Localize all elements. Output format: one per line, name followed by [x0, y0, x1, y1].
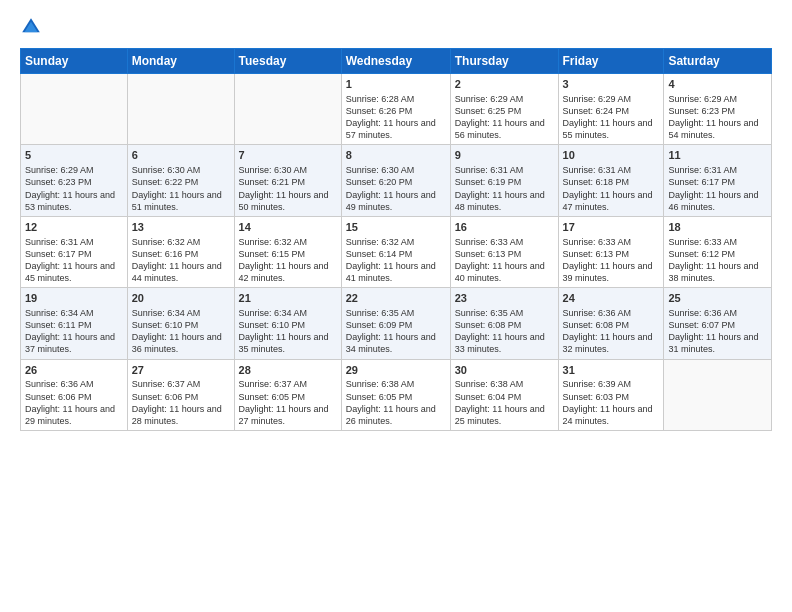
day-info: Sunrise: 6:29 AM Sunset: 6:24 PM Dayligh… [563, 93, 660, 142]
day-info: Sunrise: 6:39 AM Sunset: 6:03 PM Dayligh… [563, 378, 660, 427]
day-info: Sunrise: 6:36 AM Sunset: 6:06 PM Dayligh… [25, 378, 123, 427]
calendar-cell: 27Sunrise: 6:37 AM Sunset: 6:06 PM Dayli… [127, 359, 234, 430]
calendar-cell: 26Sunrise: 6:36 AM Sunset: 6:06 PM Dayli… [21, 359, 128, 430]
day-info: Sunrise: 6:37 AM Sunset: 6:06 PM Dayligh… [132, 378, 230, 427]
calendar-cell: 21Sunrise: 6:34 AM Sunset: 6:10 PM Dayli… [234, 288, 341, 359]
calendar-cell: 3Sunrise: 6:29 AM Sunset: 6:24 PM Daylig… [558, 74, 664, 145]
week-row-1: 1Sunrise: 6:28 AM Sunset: 6:26 PM Daylig… [21, 74, 772, 145]
day-number: 2 [455, 77, 554, 92]
day-info: Sunrise: 6:34 AM Sunset: 6:10 PM Dayligh… [132, 307, 230, 356]
day-number: 11 [668, 148, 767, 163]
calendar-cell: 16Sunrise: 6:33 AM Sunset: 6:13 PM Dayli… [450, 216, 558, 287]
calendar-cell [664, 359, 772, 430]
calendar-cell: 28Sunrise: 6:37 AM Sunset: 6:05 PM Dayli… [234, 359, 341, 430]
day-header-tuesday: Tuesday [234, 49, 341, 74]
calendar-cell: 17Sunrise: 6:33 AM Sunset: 6:13 PM Dayli… [558, 216, 664, 287]
day-number: 7 [239, 148, 337, 163]
day-number: 28 [239, 363, 337, 378]
day-info: Sunrise: 6:31 AM Sunset: 6:17 PM Dayligh… [25, 236, 123, 285]
day-number: 1 [346, 77, 446, 92]
day-info: Sunrise: 6:32 AM Sunset: 6:16 PM Dayligh… [132, 236, 230, 285]
calendar-cell: 7Sunrise: 6:30 AM Sunset: 6:21 PM Daylig… [234, 145, 341, 216]
day-info: Sunrise: 6:38 AM Sunset: 6:04 PM Dayligh… [455, 378, 554, 427]
day-number: 22 [346, 291, 446, 306]
day-info: Sunrise: 6:32 AM Sunset: 6:14 PM Dayligh… [346, 236, 446, 285]
day-number: 8 [346, 148, 446, 163]
day-number: 3 [563, 77, 660, 92]
day-number: 31 [563, 363, 660, 378]
day-info: Sunrise: 6:28 AM Sunset: 6:26 PM Dayligh… [346, 93, 446, 142]
day-info: Sunrise: 6:34 AM Sunset: 6:10 PM Dayligh… [239, 307, 337, 356]
day-number: 29 [346, 363, 446, 378]
day-info: Sunrise: 6:35 AM Sunset: 6:08 PM Dayligh… [455, 307, 554, 356]
day-info: Sunrise: 6:35 AM Sunset: 6:09 PM Dayligh… [346, 307, 446, 356]
calendar-cell: 24Sunrise: 6:36 AM Sunset: 6:08 PM Dayli… [558, 288, 664, 359]
day-header-saturday: Saturday [664, 49, 772, 74]
day-number: 23 [455, 291, 554, 306]
day-header-friday: Friday [558, 49, 664, 74]
calendar-cell: 12Sunrise: 6:31 AM Sunset: 6:17 PM Dayli… [21, 216, 128, 287]
calendar-cell [127, 74, 234, 145]
day-number: 4 [668, 77, 767, 92]
day-number: 24 [563, 291, 660, 306]
week-row-4: 19Sunrise: 6:34 AM Sunset: 6:11 PM Dayli… [21, 288, 772, 359]
day-info: Sunrise: 6:33 AM Sunset: 6:13 PM Dayligh… [455, 236, 554, 285]
day-header-monday: Monday [127, 49, 234, 74]
day-info: Sunrise: 6:33 AM Sunset: 6:12 PM Dayligh… [668, 236, 767, 285]
day-number: 30 [455, 363, 554, 378]
day-info: Sunrise: 6:37 AM Sunset: 6:05 PM Dayligh… [239, 378, 337, 427]
day-info: Sunrise: 6:31 AM Sunset: 6:18 PM Dayligh… [563, 164, 660, 213]
week-row-2: 5Sunrise: 6:29 AM Sunset: 6:23 PM Daylig… [21, 145, 772, 216]
day-info: Sunrise: 6:31 AM Sunset: 6:17 PM Dayligh… [668, 164, 767, 213]
day-number: 14 [239, 220, 337, 235]
day-number: 26 [25, 363, 123, 378]
day-info: Sunrise: 6:29 AM Sunset: 6:25 PM Dayligh… [455, 93, 554, 142]
calendar-cell: 4Sunrise: 6:29 AM Sunset: 6:23 PM Daylig… [664, 74, 772, 145]
week-row-5: 26Sunrise: 6:36 AM Sunset: 6:06 PM Dayli… [21, 359, 772, 430]
calendar-cell: 6Sunrise: 6:30 AM Sunset: 6:22 PM Daylig… [127, 145, 234, 216]
day-number: 27 [132, 363, 230, 378]
day-number: 25 [668, 291, 767, 306]
day-number: 10 [563, 148, 660, 163]
calendar-cell: 25Sunrise: 6:36 AM Sunset: 6:07 PM Dayli… [664, 288, 772, 359]
day-number: 16 [455, 220, 554, 235]
page: SundayMondayTuesdayWednesdayThursdayFrid… [0, 0, 792, 612]
calendar-cell [234, 74, 341, 145]
day-header-sunday: Sunday [21, 49, 128, 74]
day-info: Sunrise: 6:30 AM Sunset: 6:20 PM Dayligh… [346, 164, 446, 213]
calendar-cell: 13Sunrise: 6:32 AM Sunset: 6:16 PM Dayli… [127, 216, 234, 287]
day-header-wednesday: Wednesday [341, 49, 450, 74]
day-info: Sunrise: 6:38 AM Sunset: 6:05 PM Dayligh… [346, 378, 446, 427]
day-info: Sunrise: 6:33 AM Sunset: 6:13 PM Dayligh… [563, 236, 660, 285]
calendar-cell: 20Sunrise: 6:34 AM Sunset: 6:10 PM Dayli… [127, 288, 234, 359]
day-number: 18 [668, 220, 767, 235]
calendar-cell: 30Sunrise: 6:38 AM Sunset: 6:04 PM Dayli… [450, 359, 558, 430]
calendar-cell: 22Sunrise: 6:35 AM Sunset: 6:09 PM Dayli… [341, 288, 450, 359]
calendar-cell: 23Sunrise: 6:35 AM Sunset: 6:08 PM Dayli… [450, 288, 558, 359]
calendar-cell: 2Sunrise: 6:29 AM Sunset: 6:25 PM Daylig… [450, 74, 558, 145]
week-row-3: 12Sunrise: 6:31 AM Sunset: 6:17 PM Dayli… [21, 216, 772, 287]
calendar-cell: 15Sunrise: 6:32 AM Sunset: 6:14 PM Dayli… [341, 216, 450, 287]
day-info: Sunrise: 6:34 AM Sunset: 6:11 PM Dayligh… [25, 307, 123, 356]
calendar-cell: 5Sunrise: 6:29 AM Sunset: 6:23 PM Daylig… [21, 145, 128, 216]
day-header-row: SundayMondayTuesdayWednesdayThursdayFrid… [21, 49, 772, 74]
day-number: 17 [563, 220, 660, 235]
day-header-thursday: Thursday [450, 49, 558, 74]
day-info: Sunrise: 6:36 AM Sunset: 6:07 PM Dayligh… [668, 307, 767, 356]
day-info: Sunrise: 6:31 AM Sunset: 6:19 PM Dayligh… [455, 164, 554, 213]
day-number: 19 [25, 291, 123, 306]
day-info: Sunrise: 6:30 AM Sunset: 6:21 PM Dayligh… [239, 164, 337, 213]
day-number: 21 [239, 291, 337, 306]
calendar-cell [21, 74, 128, 145]
day-info: Sunrise: 6:36 AM Sunset: 6:08 PM Dayligh… [563, 307, 660, 356]
header [20, 16, 772, 38]
day-number: 6 [132, 148, 230, 163]
logo [20, 16, 44, 38]
calendar-cell: 14Sunrise: 6:32 AM Sunset: 6:15 PM Dayli… [234, 216, 341, 287]
day-info: Sunrise: 6:29 AM Sunset: 6:23 PM Dayligh… [25, 164, 123, 213]
day-number: 12 [25, 220, 123, 235]
day-info: Sunrise: 6:30 AM Sunset: 6:22 PM Dayligh… [132, 164, 230, 213]
day-number: 9 [455, 148, 554, 163]
calendar: SundayMondayTuesdayWednesdayThursdayFrid… [20, 48, 772, 431]
day-number: 13 [132, 220, 230, 235]
